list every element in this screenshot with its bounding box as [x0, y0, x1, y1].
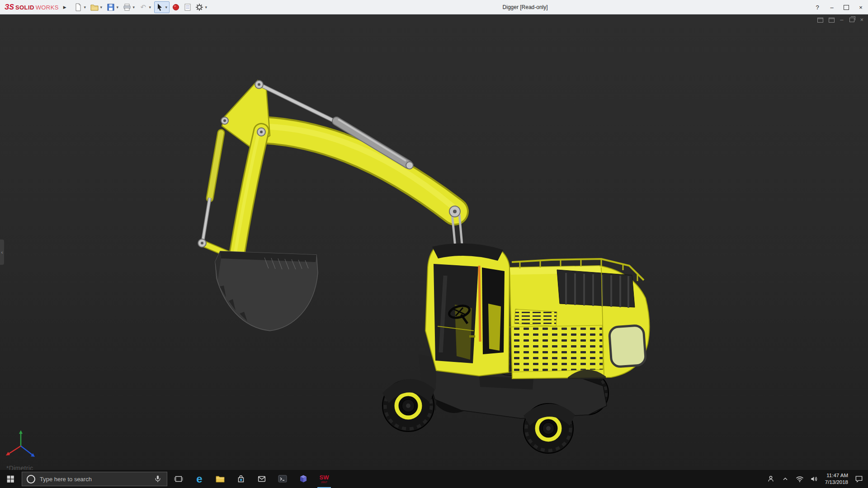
dropdown-caret[interactable]: ▾: [148, 5, 152, 9]
dropdown-caret[interactable]: ▾: [132, 5, 136, 9]
dark-app-button[interactable]: [272, 470, 293, 488]
network-button[interactable]: [793, 470, 806, 488]
print-button[interactable]: ▾: [122, 1, 137, 13]
people-button[interactable]: [764, 470, 777, 488]
doc-window-icon-b[interactable]: [829, 18, 835, 23]
chevron-up-icon: [782, 475, 789, 483]
document-window-controls: – ×: [817, 17, 863, 23]
dropdown-caret[interactable]: ▾: [204, 5, 208, 9]
graphics-area[interactable]: – × ‹ *Dimetric: [0, 14, 868, 470]
volume-button[interactable]: [808, 470, 821, 488]
select-cursor-icon: [155, 3, 164, 12]
minimize-button[interactable]: –: [825, 0, 839, 14]
brand-solid: SOLID: [15, 4, 34, 11]
doc-window-icon-a[interactable]: [817, 18, 823, 23]
menu-flyout-arrow-icon[interactable]: ▶: [63, 5, 66, 9]
new-document-button[interactable]: ▾: [73, 1, 88, 13]
select-tool-button[interactable]: ▾: [154, 1, 170, 13]
dropdown-caret[interactable]: ▾: [99, 5, 104, 9]
cube-app-button[interactable]: [293, 470, 314, 488]
solidworks-logo: ЗS SOLIDWORKS: [0, 3, 59, 11]
action-center-button[interactable]: [853, 470, 865, 488]
rear-glass-panel: [609, 325, 646, 367]
ds-logo-icon: ЗS: [5, 3, 14, 11]
clock-time: 11:47 AM: [825, 472, 848, 479]
taskbar-search[interactable]: [22, 472, 167, 486]
doc-restore-icon[interactable]: [849, 18, 854, 22]
side-vent-grille: [500, 325, 603, 372]
taskbar: e SW 2: [0, 470, 868, 488]
wifi-icon: [795, 474, 804, 483]
action-center-icon: [854, 474, 863, 483]
people-icon: [766, 474, 775, 483]
titlebar: ЗS SOLIDWORKS ▶ ▾ ▾ ▾ ▾: [0, 0, 868, 14]
bucket[interactable]: [215, 251, 318, 331]
maximize-button[interactable]: [839, 0, 854, 14]
excavator-model[interactable]: [0, 14, 868, 470]
search-input[interactable]: [39, 475, 150, 483]
help-button[interactable]: ?: [810, 0, 825, 14]
tray-overflow-button[interactable]: [779, 470, 792, 488]
open-button[interactable]: ▾: [89, 1, 104, 13]
envelope-icon: [257, 474, 267, 484]
speaker-icon: [810, 474, 819, 483]
maximize-icon: [844, 5, 849, 10]
undo-button[interactable]: ↶ ▾: [138, 1, 153, 13]
feature-pane-collapse-tab[interactable]: ‹: [0, 239, 4, 265]
task-view-icon: [174, 474, 184, 484]
windows-logo-icon: [5, 474, 15, 484]
store-app-button[interactable]: [231, 470, 251, 488]
doc-close-icon[interactable]: ×: [860, 17, 863, 23]
quick-toolbar: ▾ ▾ ▾ ▾ ↶ ▾ ▾: [73, 1, 209, 13]
body-superstructure[interactable]: [500, 259, 650, 379]
brand-works: WORKS: [36, 4, 59, 11]
cab[interactable]: [425, 243, 509, 376]
start-button[interactable]: [0, 470, 21, 488]
solidworks-app-button[interactable]: SW 2017: [314, 470, 335, 488]
edge-app-button[interactable]: e: [189, 470, 210, 488]
solidworks-app-icon: SW 2017: [320, 474, 329, 483]
folder-icon: [215, 474, 226, 484]
gear-icon: [195, 3, 204, 12]
task-view-button[interactable]: [168, 470, 189, 488]
file-explorer-button[interactable]: [210, 470, 231, 488]
door-handle: [469, 335, 475, 338]
document-title: Digger [Read-only]: [503, 4, 548, 10]
undo-icon: ↶: [139, 3, 148, 12]
microphone-icon[interactable]: [153, 474, 162, 483]
dropdown-caret[interactable]: ▾: [83, 5, 87, 9]
close-button[interactable]: ×: [854, 0, 868, 14]
open-folder-icon: [90, 3, 99, 12]
properties-sheet-icon: [183, 3, 192, 12]
appearance-button[interactable]: [170, 1, 181, 13]
dark-window-icon: [277, 474, 288, 484]
cortana-icon[interactable]: [27, 475, 35, 483]
appearance-icon: [171, 3, 180, 12]
new-document-icon: [74, 3, 83, 12]
seat: [488, 304, 501, 351]
dropdown-caret[interactable]: ▾: [164, 5, 169, 9]
clock-date: 7/13/2018: [825, 479, 848, 486]
print-icon: [123, 3, 132, 12]
cab-orange-strut: [479, 266, 480, 342]
orientation-triad[interactable]: [6, 430, 35, 457]
edge-icon: e: [196, 474, 202, 484]
save-icon: [106, 3, 115, 12]
louvre-grille: [514, 309, 557, 326]
cube-icon: [298, 474, 309, 484]
shopping-bag-icon: [236, 474, 246, 484]
window-controls: ? – ×: [810, 0, 868, 14]
stick-arm[interactable]: [235, 131, 261, 258]
options-button[interactable]: ▾: [194, 1, 209, 13]
clock[interactable]: 11:47 AM 7/13/2018: [822, 472, 851, 486]
mail-app-button[interactable]: [251, 470, 272, 488]
save-button[interactable]: ▾: [105, 1, 121, 13]
properties-sheet-button[interactable]: [182, 1, 193, 13]
system-tray: 11:47 AM 7/13/2018: [764, 470, 868, 488]
dropdown-caret[interactable]: ▾: [115, 5, 120, 9]
doc-minimize-icon[interactable]: –: [840, 17, 843, 23]
